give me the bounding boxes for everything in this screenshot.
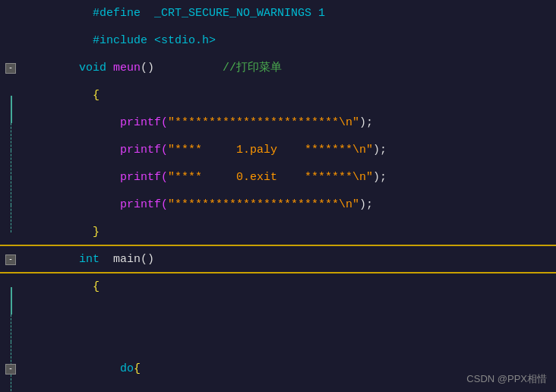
brace-do: { <box>134 362 141 375</box>
gutter-10: - <box>0 254 21 265</box>
gutter-14: - <box>0 364 21 375</box>
collapse-button-do[interactable]: - <box>5 364 16 375</box>
line-12 <box>0 301 556 328</box>
brace-open-main: { <box>79 280 100 293</box>
collapse-button-meun[interactable]: - <box>5 63 16 74</box>
code-area: #define _CRT_SECURE_NO_WARNINGS 1 #inclu… <box>0 0 556 392</box>
keyword-do: do <box>79 362 134 375</box>
code-editor: #define _CRT_SECURE_NO_WARNINGS 1 #inclu… <box>0 0 556 392</box>
line-11: { <box>0 273 556 301</box>
collapse-button-main[interactable]: - <box>5 254 16 265</box>
watermark: CSDN @PPX相惜 <box>466 372 547 386</box>
gutter-3: - <box>0 63 21 74</box>
